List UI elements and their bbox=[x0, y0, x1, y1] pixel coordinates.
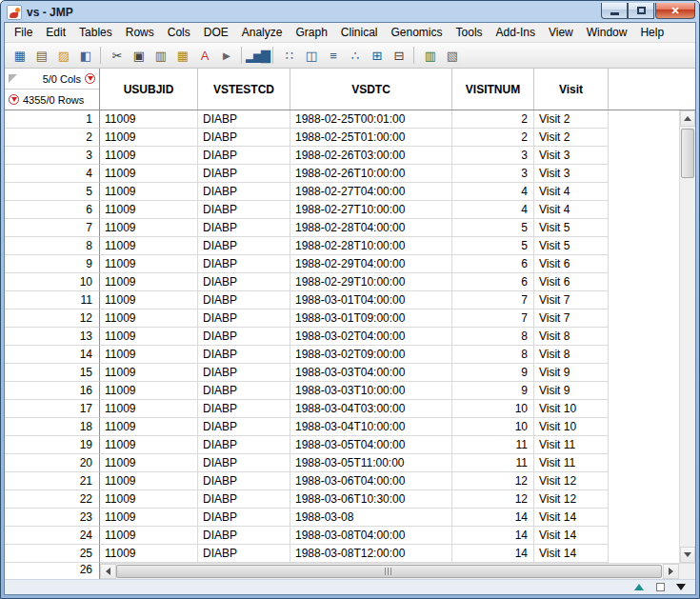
copy-button[interactable]: ▣ bbox=[128, 45, 149, 66]
cell-visitnum[interactable]: 6 bbox=[452, 273, 534, 291]
cell-vstestcd[interactable]: DIABP bbox=[198, 110, 290, 129]
cell-visitnum[interactable]: 4 bbox=[452, 183, 534, 201]
cell-vsdtc[interactable]: 1988-02-28T10:00:00 bbox=[290, 237, 452, 255]
cell-usubjid[interactable]: 11009 bbox=[100, 183, 198, 201]
cell-vsdtc[interactable]: 1988-03-08T12:00:00 bbox=[290, 545, 452, 563]
cell-vsdtc[interactable]: 1988-03-08 bbox=[290, 509, 452, 527]
cell-vstestcd[interactable]: DIABP bbox=[198, 527, 290, 545]
cell-visit[interactable]: Visit 9 bbox=[534, 364, 609, 382]
cell-visit[interactable]: Visit 14 bbox=[534, 509, 609, 527]
menu-item-tables[interactable]: Tables bbox=[72, 23, 119, 42]
cell-vstestcd[interactable]: DIABP bbox=[198, 418, 290, 436]
cell-visitnum[interactable]: 2 bbox=[452, 110, 534, 129]
menu-item-genomics[interactable]: Genomics bbox=[385, 23, 450, 42]
row-number-cell[interactable]: 7 bbox=[5, 219, 100, 237]
cell-vsdtc[interactable]: 1988-03-01T09:00:00 bbox=[290, 309, 452, 328]
cell-visitnum[interactable]: 5 bbox=[452, 219, 534, 237]
cell-visit[interactable]: Visit 4 bbox=[534, 201, 609, 219]
column-header-usubjid[interactable]: USUBJID bbox=[100, 69, 198, 110]
cell-usubjid[interactable]: 11009 bbox=[100, 527, 198, 545]
menu-item-tools[interactable]: Tools bbox=[450, 23, 490, 42]
menu-item-doe[interactable]: DOE bbox=[197, 23, 235, 42]
close-button[interactable]: ✕ bbox=[655, 3, 695, 19]
open-button[interactable]: ▨ bbox=[52, 45, 73, 66]
cell-vsdtc[interactable]: 1988-02-29T04:00:00 bbox=[290, 255, 452, 273]
column-header-visit[interactable]: Visit bbox=[534, 69, 609, 110]
jmp-app-icon[interactable] bbox=[7, 5, 22, 20]
cell-vstestcd[interactable]: DIABP bbox=[198, 237, 290, 255]
cell-vsdtc[interactable]: 1988-03-02T04:00:00 bbox=[290, 328, 452, 346]
scroll-down-button[interactable] bbox=[680, 547, 695, 563]
row-number-cell[interactable]: 6 bbox=[5, 201, 100, 219]
scroll-up-button[interactable] bbox=[680, 110, 695, 127]
cell-vsdtc[interactable]: 1988-03-05T04:00:00 bbox=[290, 436, 452, 454]
cut-button[interactable]: ✂ bbox=[106, 45, 127, 66]
multivariate-button[interactable]: ∴ bbox=[344, 45, 365, 66]
row-number-cell[interactable]: 11 bbox=[5, 291, 100, 309]
row-number-cell[interactable]: 24 bbox=[5, 527, 100, 545]
column-header-visitnum[interactable]: VISITNUM bbox=[452, 69, 534, 110]
selection-box-button[interactable] bbox=[653, 581, 667, 593]
cell-visit[interactable]: Visit 12 bbox=[534, 490, 609, 509]
cell-visit[interactable]: Visit 10 bbox=[534, 418, 609, 436]
cell-vstestcd[interactable]: DIABP bbox=[198, 364, 290, 382]
cell-visitnum[interactable]: 14 bbox=[452, 527, 534, 545]
cell-visitnum[interactable]: 2 bbox=[452, 129, 534, 147]
cell-visit[interactable]: Visit 7 bbox=[534, 291, 609, 309]
cell-vsdtc[interactable]: 1988-03-01T04:00:00 bbox=[290, 291, 452, 309]
scroll-to-top-button[interactable] bbox=[632, 581, 646, 593]
cell-visit[interactable]: Visit 14 bbox=[534, 545, 609, 563]
cell-vsdtc[interactable]: 1988-02-26T10:00:00 bbox=[290, 165, 452, 183]
cell-visitnum[interactable]: 4 bbox=[452, 201, 534, 219]
new-journal-button[interactable]: ▤ bbox=[30, 45, 51, 66]
cell-vstestcd[interactable]: DIABP bbox=[198, 129, 290, 147]
columns-red-triangle-menu-icon[interactable] bbox=[85, 73, 95, 84]
cell-visitnum[interactable]: 3 bbox=[452, 165, 534, 183]
cell-usubjid[interactable]: 11009 bbox=[100, 201, 198, 219]
cell-visit[interactable]: Visit 11 bbox=[534, 454, 609, 472]
cell-usubjid[interactable]: 11009 bbox=[100, 165, 198, 183]
matched-pairs-button[interactable]: ◫ bbox=[300, 45, 321, 66]
scroll-right-button[interactable] bbox=[663, 564, 679, 579]
cell-usubjid[interactable]: 11009 bbox=[100, 382, 198, 400]
horizontal-scrollbar[interactable] bbox=[100, 563, 679, 579]
menu-item-rows[interactable]: Rows bbox=[119, 23, 161, 42]
cell-usubjid[interactable]: 11009 bbox=[100, 418, 198, 436]
pdf-button[interactable]: A bbox=[193, 45, 214, 66]
cell-vsdtc[interactable]: 1988-03-03T10:00:00 bbox=[290, 382, 452, 400]
cell-visitnum[interactable]: 11 bbox=[452, 436, 534, 454]
cell-visit[interactable]: Visit 14 bbox=[534, 527, 609, 545]
row-number-cell[interactable]: 1 bbox=[5, 110, 100, 129]
cell-vstestcd[interactable]: DIABP bbox=[198, 219, 290, 237]
fit-model-button[interactable]: ≡ bbox=[322, 45, 343, 66]
table-menu-button[interactable] bbox=[674, 581, 688, 593]
cell-vsdtc[interactable]: 1988-03-04T10:00:00 bbox=[290, 418, 452, 436]
cell-vsdtc[interactable]: 1988-02-28T04:00:00 bbox=[290, 219, 452, 237]
cell-vstestcd[interactable]: DIABP bbox=[198, 309, 290, 328]
menu-item-analyze[interactable]: Analyze bbox=[235, 23, 290, 42]
row-number-cell[interactable]: 3 bbox=[5, 147, 100, 165]
cell-usubjid[interactable]: 11009 bbox=[100, 454, 198, 472]
cell-visitnum[interactable]: 8 bbox=[452, 346, 534, 364]
cell-vsdtc[interactable]: 1988-02-26T03:00:00 bbox=[290, 147, 452, 165]
cell-vstestcd[interactable]: DIABP bbox=[198, 400, 290, 418]
menu-item-cols[interactable]: Cols bbox=[161, 23, 197, 42]
cell-usubjid[interactable]: 11009 bbox=[100, 255, 198, 273]
cell-vstestcd[interactable]: DIABP bbox=[198, 328, 290, 346]
cell-vstestcd[interactable]: DIABP bbox=[198, 472, 290, 490]
cell-visitnum[interactable]: 9 bbox=[452, 364, 534, 382]
cell-visitnum[interactable]: 8 bbox=[452, 328, 534, 346]
cell-visitnum[interactable]: 12 bbox=[452, 490, 534, 509]
cell-vstestcd[interactable]: DIABP bbox=[198, 147, 290, 165]
cell-visit[interactable]: Visit 6 bbox=[534, 255, 609, 273]
cell-usubjid[interactable]: 11009 bbox=[100, 490, 198, 509]
table-disclosure-icon[interactable] bbox=[9, 74, 17, 83]
cell-visit[interactable]: Visit 2 bbox=[534, 110, 609, 129]
row-number-cell[interactable]: 20 bbox=[5, 454, 100, 472]
row-number-cell[interactable]: 19 bbox=[5, 436, 100, 454]
cell-vsdtc[interactable]: 1988-03-06T10:30:00 bbox=[290, 490, 452, 509]
cell-vstestcd[interactable]: DIABP bbox=[198, 201, 290, 219]
cell-visit[interactable]: Visit 5 bbox=[534, 219, 609, 237]
row-number-cell[interactable]: 16 bbox=[5, 382, 100, 400]
cell-usubjid[interactable]: 11009 bbox=[100, 237, 198, 255]
